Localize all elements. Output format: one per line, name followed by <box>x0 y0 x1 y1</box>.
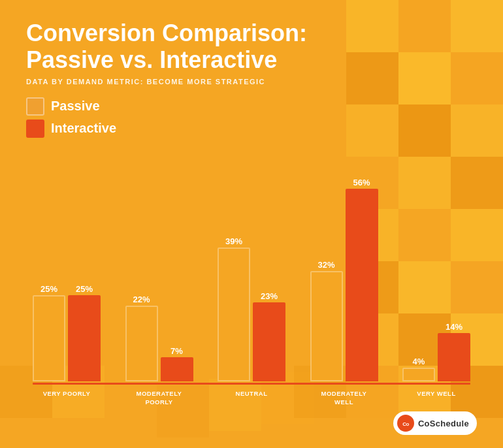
chart-title: Conversion Comparison: Passive vs. Inter… <box>26 20 477 74</box>
passive-bar-very-poorly <box>33 295 65 381</box>
bars-row-very-poorly: 25%25% <box>33 284 101 381</box>
interactive-pct-label-moderately-well: 56% <box>353 178 370 187</box>
interactive-pct-label-very-well: 14% <box>446 322 462 332</box>
logo-area: Co CoSchedule <box>26 406 477 435</box>
interactive-label: Interactive <box>51 121 116 136</box>
x-axis-labels: Very PoorlyModeratelyPoorlyNeutralModera… <box>26 385 477 406</box>
interactive-color-swatch <box>26 120 44 138</box>
passive-bar-neutral <box>218 248 250 381</box>
bars-row-moderately-poorly: 22%7% <box>125 295 193 381</box>
passive-pct-label-moderately-well: 32% <box>317 260 334 270</box>
passive-bar-wrapper-neutral: 39% <box>218 236 250 381</box>
x-label-moderately-poorly: ModeratelyPoorly <box>125 390 193 406</box>
chart-area: 25%25%22%7%39%23%32%56%4%14% Very Poorly… <box>26 151 477 406</box>
chart-subtitle: Data by Demand Metric: Become More Strat… <box>26 78 477 86</box>
passive-bar-wrapper-very-poorly: 25% <box>33 284 65 381</box>
interactive-bar-wrapper-very-poorly: 25% <box>68 284 101 381</box>
bar-group-very-well: 4%14% <box>402 322 470 381</box>
page-content: Conversion Comparison: Passive vs. Inter… <box>0 0 503 448</box>
bar-group-moderately-poorly: 22%7% <box>125 295 193 381</box>
bars-container: 25%25%22%7%39%23%32%56%4%14% <box>26 179 477 381</box>
passive-bar-moderately-well <box>310 271 343 381</box>
bars-row-moderately-well: 32%56% <box>310 178 378 381</box>
interactive-bar-moderately-well <box>346 189 378 381</box>
legend-passive: Passive <box>26 97 477 116</box>
passive-bar-very-well <box>402 368 435 381</box>
passive-bar-wrapper-moderately-well: 32% <box>310 260 343 381</box>
interactive-bar-wrapper-moderately-poorly: 7% <box>161 346 193 381</box>
passive-bar-wrapper-very-well: 4% <box>402 357 435 381</box>
bar-group-moderately-well: 32%56% <box>310 178 378 381</box>
interactive-pct-label-neutral: 23% <box>261 291 278 301</box>
logo-text: CoSchedule <box>418 419 469 428</box>
x-label-moderately-well: ModeratelyWell <box>310 390 378 406</box>
interactive-bar-very-poorly <box>68 295 101 381</box>
coschedule-logo: Co CoSchedule <box>393 411 477 435</box>
passive-color-swatch <box>26 97 44 116</box>
svg-text:Co: Co <box>402 421 409 427</box>
passive-bar-wrapper-moderately-poorly: 22% <box>125 295 158 381</box>
interactive-bar-wrapper-neutral: 23% <box>253 291 285 381</box>
x-label-very-poorly: Very Poorly <box>33 390 101 406</box>
bar-group-neutral: 39%23% <box>218 236 285 381</box>
passive-label: Passive <box>51 99 100 114</box>
legend-interactive: Interactive <box>26 120 477 138</box>
passive-pct-label-moderately-poorly: 22% <box>133 295 150 304</box>
passive-pct-label-very-poorly: 25% <box>41 284 57 294</box>
passive-pct-label-very-well: 4% <box>413 357 425 366</box>
logo-icon: Co <box>397 415 414 432</box>
interactive-bar-wrapper-very-well: 14% <box>438 322 470 381</box>
passive-bar-moderately-poorly <box>125 306 158 381</box>
interactive-pct-label-very-poorly: 25% <box>76 284 93 294</box>
bars-row-very-well: 4%14% <box>402 322 470 381</box>
interactive-bar-moderately-poorly <box>161 357 193 381</box>
interactive-bar-very-well <box>438 333 470 381</box>
bars-row-neutral: 39%23% <box>218 236 285 381</box>
main-container: Conversion Comparison: Passive vs. Inter… <box>0 0 503 448</box>
x-label-very-well: Very Well <box>402 390 470 406</box>
x-label-neutral: Neutral <box>218 390 285 406</box>
interactive-bar-neutral <box>253 302 285 381</box>
interactive-pct-label-moderately-poorly: 7% <box>170 346 183 356</box>
chart-legend: Passive Interactive <box>26 97 477 138</box>
bar-group-very-poorly: 25%25% <box>33 284 101 381</box>
passive-pct-label-neutral: 39% <box>225 236 242 246</box>
interactive-bar-wrapper-moderately-well: 56% <box>346 178 378 381</box>
